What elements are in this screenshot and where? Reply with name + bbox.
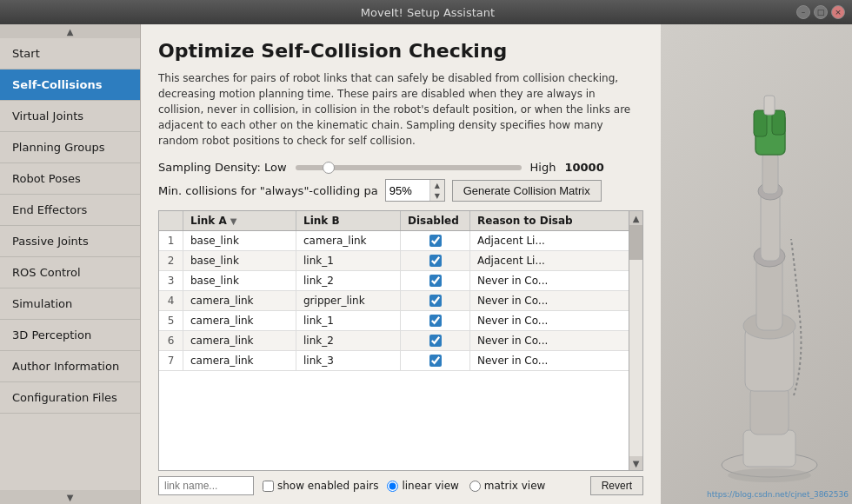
linear-view-radio[interactable]	[387, 481, 398, 492]
percentage-spinner[interactable]: ▲ ▼	[385, 179, 445, 202]
td-disabled-6[interactable]	[401, 331, 470, 350]
td-num-2: 2	[159, 251, 183, 270]
bottom-bar: show enabled pairs linear view matrix vi…	[158, 471, 643, 495]
td-link-b-2: link_1	[296, 251, 401, 270]
td-link-a-5: camera_link	[183, 311, 296, 330]
main-container: ▲ Start Self-Collisions Virtual Joints P…	[0, 24, 852, 504]
linear-view-option[interactable]: linear view	[387, 480, 458, 492]
sidebar-item-robot-poses[interactable]: Robot Poses	[0, 163, 140, 195]
content-area: Optimize Self-Collision Checking This se…	[141, 24, 661, 504]
disabled-checkbox-4[interactable]	[429, 295, 442, 307]
sidebar-items: Start Self-Collisions Virtual Joints Pla…	[0, 38, 140, 490]
table-row: 5 camera_link link_1 Never in Co...	[159, 311, 629, 331]
svg-point-14	[728, 468, 811, 482]
table-row: 7 camera_link link_3 Never in Co...	[159, 351, 629, 371]
td-reason-5: Never in Co...	[470, 311, 629, 330]
sidebar-item-simulation[interactable]: Simulation	[0, 288, 140, 320]
sort-icon-a: ▼	[230, 216, 237, 226]
min-collision-label: Min. collisions for "always"-colliding p…	[158, 184, 378, 197]
sidebar-scroll-down[interactable]: ▼	[0, 490, 140, 504]
td-disabled-3[interactable]	[401, 271, 470, 290]
sidebar: ▲ Start Self-Collisions Virtual Joints P…	[0, 24, 141, 504]
view-options: linear view matrix view	[387, 480, 545, 492]
td-link-a-3: base_link	[183, 271, 296, 290]
window-controls[interactable]: – □ ×	[796, 5, 845, 19]
td-disabled-4[interactable]	[401, 291, 470, 310]
td-disabled-5[interactable]	[401, 311, 470, 330]
title-bar: MoveIt! Setup Assistant – □ ×	[0, 0, 852, 24]
scroll-track[interactable]	[629, 225, 642, 456]
show-enabled-label[interactable]: show enabled pairs	[263, 480, 378, 492]
robot-viewer: https://blog.csdn.net/cjnet_3862536	[661, 24, 852, 504]
sidebar-scroll-up[interactable]: ▲	[0, 24, 140, 38]
table-row: 2 base_link link_1 Adjacent Li...	[159, 251, 629, 271]
th-link-a[interactable]: Link A ▼	[183, 211, 296, 230]
td-num-5: 5	[159, 311, 183, 330]
sampling-density-row: Sampling Density: Low High 10000	[158, 161, 643, 174]
disabled-checkbox-7[interactable]	[429, 355, 442, 367]
td-reason-4: Never in Co...	[470, 291, 629, 310]
td-reason-1: Adjacent Li...	[470, 231, 629, 250]
sidebar-item-author-information[interactable]: Author Information	[0, 351, 140, 382]
td-num-7: 7	[159, 351, 183, 370]
percentage-input[interactable]	[386, 180, 429, 201]
th-num	[159, 211, 183, 230]
link-name-input[interactable]	[158, 476, 254, 495]
td-link-b-3: link_2	[296, 271, 401, 290]
sampling-density-label: Sampling Density: Low	[158, 161, 287, 174]
table-header: Link A ▼ Link B Disabled Reason to Disab	[159, 211, 629, 231]
td-link-b-4: gripper_link	[296, 291, 401, 310]
th-link-b: Link B	[296, 211, 401, 230]
td-link-a-6: camera_link	[183, 331, 296, 350]
th-link-b-label: Link B	[303, 215, 340, 227]
table-row: 1 base_link camera_link Adjacent Li...	[159, 231, 629, 251]
disabled-checkbox-6[interactable]	[429, 335, 442, 347]
table-scrollbar[interactable]: ▲ ▼	[629, 211, 642, 470]
td-reason-6: Never in Co...	[470, 331, 629, 350]
minimize-button[interactable]: –	[796, 5, 810, 19]
th-reason: Reason to Disab	[470, 211, 615, 230]
scroll-thumb[interactable]	[629, 225, 642, 260]
th-reason-label: Reason to Disab	[477, 215, 573, 227]
sidebar-item-virtual-joints[interactable]: Virtual Joints	[0, 101, 140, 132]
revert-button[interactable]: Revert	[590, 476, 643, 495]
td-link-a-1: base_link	[183, 231, 296, 250]
sidebar-item-self-collisions[interactable]: Self-Collisions	[0, 70, 140, 101]
window-title: MoveIt! Setup Assistant	[59, 6, 796, 19]
spinner-up[interactable]: ▲	[430, 180, 444, 190]
sidebar-item-planning-groups[interactable]: Planning Groups	[0, 132, 140, 163]
td-link-b-7: link_3	[296, 351, 401, 370]
spinner-down[interactable]: ▼	[430, 190, 444, 201]
maximize-button[interactable]: □	[814, 5, 828, 19]
sidebar-item-passive-joints[interactable]: Passive Joints	[0, 226, 140, 257]
sidebar-item-ros-control[interactable]: ROS Control	[0, 257, 140, 288]
high-label: High	[530, 161, 556, 174]
svg-rect-7	[761, 191, 780, 261]
td-num-4: 4	[159, 291, 183, 310]
td-disabled-1[interactable]	[401, 231, 470, 250]
td-disabled-2[interactable]	[401, 251, 470, 270]
close-button[interactable]: ×	[831, 5, 845, 19]
sidebar-item-end-effectors[interactable]: End Effectors	[0, 195, 140, 226]
table-row: 3 base_link link_2 Never in Co...	[159, 271, 629, 291]
matrix-view-radio[interactable]	[469, 481, 481, 492]
disabled-checkbox-3[interactable]	[429, 275, 442, 287]
scroll-down-btn[interactable]: ▼	[629, 456, 642, 470]
disabled-checkbox-1[interactable]	[429, 235, 442, 247]
disabled-checkbox-5[interactable]	[429, 315, 442, 327]
td-link-a-4: camera_link	[183, 291, 296, 310]
density-slider-thumb[interactable]	[323, 162, 335, 174]
table-body: 1 base_link camera_link Adjacent Li... 2…	[159, 231, 629, 470]
sidebar-item-start[interactable]: Start	[0, 38, 140, 70]
td-disabled-7[interactable]	[401, 351, 470, 370]
show-enabled-checkbox[interactable]	[263, 481, 274, 492]
disabled-checkbox-2[interactable]	[429, 255, 442, 267]
density-slider-track[interactable]	[296, 165, 522, 170]
matrix-view-option[interactable]: matrix view	[469, 480, 546, 492]
sidebar-item-3d-perception[interactable]: 3D Perception	[0, 320, 140, 351]
td-link-b-6: link_2	[296, 331, 401, 350]
density-value: 10000	[564, 161, 603, 174]
scroll-up-btn[interactable]: ▲	[629, 211, 642, 225]
generate-collision-matrix-button[interactable]: Generate Collision Matrix	[452, 180, 602, 202]
sidebar-item-configuration-files[interactable]: Configuration Files	[0, 382, 140, 414]
